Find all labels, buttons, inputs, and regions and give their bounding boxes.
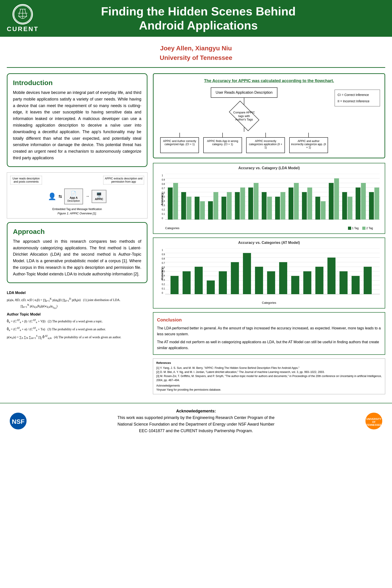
- curent-label: CURENT: [7, 26, 39, 33]
- svg-text:UNIVERSITY: UNIVERSITY: [366, 418, 382, 420]
- lda-chart-title: Accuracy vs. Catagory (LDA Model): [156, 166, 382, 170]
- fc-arrow2: [244, 127, 244, 132]
- svg-rect-70: [243, 253, 251, 294]
- svg-rect-38: [280, 192, 285, 220]
- fig1-tag-label: Embedded Tag and Message Notification: [10, 208, 144, 211]
- svg-rect-51: [369, 192, 374, 220]
- svg-rect-47: [342, 192, 347, 220]
- conclusion-para2: The AT model did not perform as well in …: [157, 339, 381, 351]
- authors-names: Joey Allen, Xiangyu Niu: [7, 44, 385, 53]
- svg-rect-27: [208, 201, 213, 220]
- fc-step1: User Reads Application Description: [211, 87, 278, 98]
- fig1-app-label: App A: [68, 196, 80, 200]
- svg-rect-45: [329, 183, 334, 220]
- svg-rect-67: [207, 280, 214, 294]
- footer: NSF Acknowledgements: This work was supp…: [0, 403, 392, 438]
- fc-box1: APPIC and Author correctly categorized A…: [160, 137, 199, 153]
- svg-rect-36: [267, 197, 272, 220]
- conclusion-box: Conclusion The LDA performed better in g…: [153, 312, 385, 355]
- svg-rect-41: [302, 192, 307, 220]
- svg-text:OF: OF: [372, 420, 376, 423]
- svg-rect-46: [334, 178, 339, 220]
- svg-rect-35: [262, 192, 266, 220]
- footer-title: Acknowledgements:: [176, 409, 216, 413]
- at-formulas: θ̂a = (CATa + β) / (CATa + Vβ) (2) The p…: [7, 317, 148, 341]
- lda-chart-area: Accuracy 10.90.80.70.60.50.40.30.20.10: [156, 172, 382, 226]
- svg-rect-31: [235, 192, 240, 220]
- at-x-label: Categories: [156, 301, 382, 305]
- approach-title: Approach: [13, 228, 141, 236]
- fig1-left-label: User reads description and posts comment…: [10, 176, 42, 184]
- flowchart-main: User Reads Application Description Compa…: [158, 87, 330, 153]
- svg-rect-24: [187, 197, 192, 220]
- svg-rect-78: [340, 271, 348, 294]
- references-box: References [1] Y. Yang, J. S. Sun, and M…: [153, 358, 385, 394]
- at-chart-area: Accuracy 10.90.80.70.60.50.40.30.20.10: [156, 246, 382, 301]
- svg-rect-76: [315, 267, 323, 294]
- fc-box4: APPIC and author incorrectly categorize …: [289, 137, 328, 153]
- lda-chart-svg: [165, 174, 380, 220]
- svg-rect-34: [254, 183, 258, 220]
- at-title: Author Topic Model: [7, 312, 148, 316]
- introduction-body: Mobile devices have become an integral p…: [13, 90, 141, 161]
- svg-rect-52: [374, 188, 379, 220]
- lda-chart-container: Accuracy vs. Catagory (LDA Model) Accura…: [153, 163, 385, 234]
- main-content: Introduction Mobile devices have become …: [0, 68, 392, 403]
- svg-rect-80: [364, 267, 372, 294]
- ut-logo: UNIVERSITY OF TENNESSEE: [365, 412, 383, 430]
- svg-rect-23: [181, 192, 186, 220]
- lda-x-label: Categories: [165, 226, 180, 230]
- authors-section: Joey Allen, Xiangyu Niu University of Te…: [7, 37, 385, 68]
- legend-ci: CI = Correct Inference: [338, 92, 377, 98]
- ack-text: Yinyuan Yang for providing the permissio…: [156, 388, 382, 392]
- left-column: Introduction Mobile devices have become …: [7, 73, 148, 398]
- introduction-box: Introduction Mobile devices have become …: [7, 73, 148, 167]
- at-chart-title: Accuracy vs. Categories (AT Model): [156, 241, 382, 245]
- flowchart-title: The Accuracy for APPIC was calculated ac…: [158, 78, 380, 83]
- approach-body: The approach used in this research compa…: [13, 238, 141, 278]
- approach-box: Approach The approach used in this resea…: [7, 222, 148, 283]
- svg-rect-73: [279, 262, 287, 294]
- svg-rect-65: [182, 271, 190, 294]
- nsf-logo: NSF: [9, 412, 27, 430]
- flowchart-container: The Accuracy for APPIC was calculated ac…: [153, 73, 385, 158]
- fig1-right-label: APPIC extracts description and permissio…: [103, 176, 144, 184]
- svg-rect-43: [315, 197, 320, 220]
- svg-rect-25: [195, 197, 200, 220]
- svg-rect-26: [200, 201, 205, 220]
- svg-rect-37: [275, 197, 280, 220]
- svg-rect-75: [303, 271, 311, 294]
- lda-formula1: p(φ|κ, θ|D, z|D, w|D | α,β) = ∏k=1K p(φk…: [7, 296, 148, 304]
- svg-rect-72: [267, 271, 275, 294]
- svg-text:TENNESSEE: TENNESSEE: [366, 424, 382, 426]
- fc-legend: CI = Correct Inference II = Incorrect In…: [334, 90, 380, 106]
- svg-rect-50: [361, 183, 366, 220]
- ref2: [2] D. M. Blei, A. Y. Ng, and M. I. Jord…: [156, 370, 382, 374]
- fc-arrow1: [244, 98, 244, 104]
- references-title: References: [156, 361, 382, 365]
- svg-rect-77: [327, 258, 335, 294]
- svg-rect-39: [288, 188, 293, 220]
- svg-line-3: [25, 9, 27, 16]
- ack-title: Acknowledgements: [156, 384, 382, 388]
- conclusion-title: Conclusion: [157, 316, 381, 324]
- ref1: [1] Y. Yang, J. S. Sun, and M. W. Berry,…: [156, 366, 382, 370]
- fig1-appic-label: APPIC: [95, 198, 103, 201]
- svg-rect-22: [173, 183, 178, 220]
- lda-formula2: ∏n=1N p(zd,n|θd)p(wd,n|φzd,n): [20, 304, 148, 309]
- fig1-desc-label: Description: [68, 200, 80, 202]
- svg-rect-48: [348, 197, 352, 220]
- introduction-title: Introduction: [13, 79, 141, 87]
- svg-line-2: [18, 9, 21, 16]
- svg-line-7: [18, 16, 22, 18]
- header: CURENT Finding the Hidden Scenes BehindA…: [0, 0, 392, 37]
- fc-box3: APPIC incorrectly categorizes applicatio…: [246, 137, 285, 153]
- at-chart-svg: [165, 248, 380, 294]
- svg-rect-79: [352, 276, 360, 294]
- fc-box2: APPIC finds App in wrong category. (CI +…: [203, 137, 242, 153]
- svg-text:NSF: NSF: [12, 418, 24, 425]
- svg-rect-28: [214, 192, 218, 220]
- at-chart-container: Accuracy vs. Categories (AT Model) Accur…: [153, 238, 385, 308]
- fc-diamond: Compare APPIC tags with Author's Tags: [225, 106, 264, 126]
- svg-rect-40: [294, 183, 299, 220]
